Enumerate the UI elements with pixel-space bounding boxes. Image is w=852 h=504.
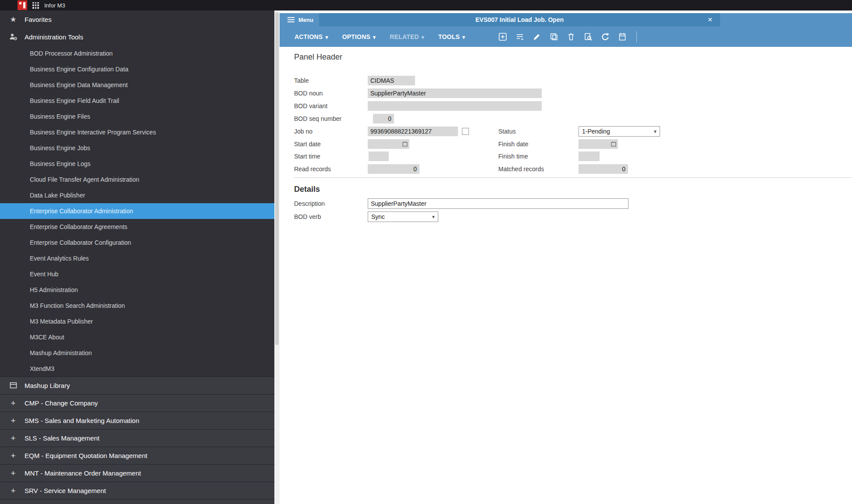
sidebar-item-event-analytics-rules[interactable]: Event Analytics Rules bbox=[0, 250, 274, 266]
calendar-icon bbox=[402, 141, 408, 147]
sidebar-item-enterprise-collaborator-administration[interactable]: Enterprise Collaborator Administration bbox=[0, 203, 274, 219]
sidebar-section-mnt[interactable]: MNT - Maintenance Order Management bbox=[0, 464, 274, 482]
start-time-label: Start time bbox=[294, 153, 320, 160]
details-section-title: Details bbox=[294, 185, 320, 194]
clipboard-icon[interactable] bbox=[617, 32, 628, 42]
sidebar-item-business-engine-configuration-data[interactable]: Business Engine Configuration Data bbox=[0, 61, 274, 77]
bod-verb-value: Sync bbox=[371, 213, 385, 220]
sidebar-item-business-engine-interactive-program-services[interactable]: Business Engine Interactive Program Serv… bbox=[0, 124, 274, 140]
read-records-input[interactable]: 0 bbox=[368, 164, 419, 174]
panel-title-bar: EVS007 Initial Load Job. Open bbox=[319, 13, 720, 26]
sidebar-item-m3-metadata-publisher[interactable]: M3 Metadata Publisher bbox=[0, 314, 274, 329]
form-row-bod-noun: BOD noun SupplierPartyMaster bbox=[294, 87, 852, 99]
bod-verb-dropdown[interactable]: Sync bbox=[368, 211, 438, 222]
sidebar-item-event-hub[interactable]: Event Hub bbox=[0, 266, 274, 282]
panel-title: EVS007 Initial Load Job. Open bbox=[476, 16, 564, 23]
refresh-icon[interactable] bbox=[600, 32, 611, 42]
chevron-down-icon bbox=[422, 33, 424, 40]
job-no-input[interactable]: 993690888221369127 bbox=[368, 127, 458, 136]
sidebar-item-business-engine-jobs[interactable]: Business Engine Jobs bbox=[0, 140, 274, 156]
chevron-down-icon bbox=[325, 33, 328, 40]
form-row-job-no: Job no 993690888221369127 Status 1-Pendi… bbox=[294, 125, 852, 137]
admin-tools-icon bbox=[9, 33, 18, 41]
search-document-icon[interactable] bbox=[583, 32, 593, 42]
calendar-icon bbox=[611, 141, 616, 147]
sidebar-item-m3ce-about[interactable]: M3CE About bbox=[0, 329, 274, 345]
delete-icon[interactable] bbox=[566, 32, 576, 42]
description-input[interactable]: SupplierPartyMaster bbox=[368, 198, 628, 209]
sidebar-item-favorites[interactable]: Favorites bbox=[0, 11, 274, 28]
sidebar-item-bod-processor-administration[interactable]: BOD Processor Administration bbox=[0, 46, 274, 61]
sidebar-section-sms[interactable]: SMS - Sales and Marketing Automation bbox=[0, 412, 274, 429]
start-time-input[interactable] bbox=[369, 152, 389, 161]
options-menu[interactable]: OPTIONS bbox=[342, 33, 376, 40]
bod-noun-input[interactable]: SupplierPartyMaster bbox=[368, 88, 542, 98]
menu-button[interactable]: Menu bbox=[280, 13, 319, 26]
sidebar-item-data-lake-publisher[interactable]: Data Lake Publisher bbox=[0, 187, 274, 203]
sidebar-section-eqm[interactable]: EQM - Equipment Quotation Management bbox=[0, 447, 274, 464]
status-dropdown[interactable]: 1-Pending bbox=[579, 126, 660, 137]
matched-records-input[interactable]: 0 bbox=[579, 164, 628, 174]
related-menu: RELATED bbox=[390, 33, 424, 40]
close-icon[interactable] bbox=[704, 13, 716, 26]
add-icon[interactable] bbox=[497, 32, 508, 42]
sidebar-section-mashup-library[interactable]: Mashup Library bbox=[0, 377, 274, 394]
sidebar-item-enterprise-collaborator-agreements[interactable]: Enterprise Collaborator Agreements bbox=[0, 219, 274, 235]
sidebar-section-cmp[interactable]: CMP - Change Company bbox=[0, 394, 274, 412]
menu-label: Menu bbox=[298, 17, 313, 23]
sidebar-item-xtendm3[interactable]: XtendM3 bbox=[0, 361, 274, 377]
sidebar-scrollbar-thumb[interactable] bbox=[275, 12, 279, 345]
form-row-bod-verb: BOD verb Sync bbox=[294, 211, 852, 223]
bod-seq-input[interactable]: 0 bbox=[373, 114, 394, 123]
bod-noun-label: BOD noun bbox=[294, 90, 323, 97]
edit-icon[interactable] bbox=[532, 32, 542, 42]
finish-time-input[interactable] bbox=[579, 152, 600, 161]
sidebar-partial-row bbox=[0, 499, 274, 504]
finish-date-input[interactable] bbox=[579, 139, 618, 149]
sidebar-item-business-engine-data-management[interactable]: Business Engine Data Management bbox=[0, 77, 274, 93]
sidebar-item-enterprise-collaborator-configuration[interactable]: Enterprise Collaborator Configuration bbox=[0, 235, 274, 250]
sidebar-item-m3-function-search-administration[interactable]: M3 Function Search Administration bbox=[0, 298, 274, 314]
sidebar-item-administration-tools[interactable]: Administration Tools bbox=[0, 28, 274, 46]
form-row-bod-seq: BOD seq number 0 bbox=[294, 113, 852, 125]
tools-menu[interactable]: TOOLS bbox=[438, 33, 465, 40]
sidebar-item-business-engine-field-audit-trail[interactable]: Business Engine Field Audit Trail bbox=[0, 93, 274, 109]
form-row-dates: Start date Finish date bbox=[294, 138, 852, 150]
sidebar: Favorites Administration Tools BOD Proce… bbox=[0, 11, 274, 504]
finish-date-label: Finish date bbox=[498, 141, 528, 148]
section-label: CMP - Change Company bbox=[25, 399, 98, 407]
bod-verb-label: BOD verb bbox=[294, 213, 321, 220]
panel-header-bar: Menu EVS007 Initial Load Job. Open bbox=[280, 13, 852, 26]
start-date-label: Start date bbox=[294, 141, 321, 148]
bod-variant-input[interactable] bbox=[368, 101, 542, 111]
job-no-checkbox[interactable] bbox=[462, 128, 469, 135]
app-title: Infor M3 bbox=[44, 2, 65, 9]
start-date-input[interactable] bbox=[368, 139, 409, 149]
admin-tools-label: Administration Tools bbox=[25, 33, 83, 41]
table-input[interactable]: CIDMAS bbox=[368, 76, 415, 85]
app-grid-icon[interactable] bbox=[32, 2, 39, 9]
chevron-down-icon bbox=[373, 33, 376, 40]
sidebar-item-business-engine-files[interactable]: Business Engine Files bbox=[0, 109, 274, 124]
copy-icon[interactable] bbox=[549, 32, 559, 42]
sidebar-scrollbar[interactable] bbox=[274, 11, 280, 504]
form-row-bod-variant: BOD variant bbox=[294, 100, 852, 112]
sidebar-item-mashup-administration[interactable]: Mashup Administration bbox=[0, 345, 274, 361]
bod-seq-label: BOD seq number bbox=[294, 115, 341, 122]
plus-icon bbox=[9, 486, 18, 496]
sidebar-section-sls[interactable]: SLS - Sales Management bbox=[0, 429, 274, 447]
sidebar-section-srv[interactable]: SRV - Service Management bbox=[0, 482, 274, 499]
section-label: EQM - Equipment Quotation Management bbox=[25, 452, 147, 459]
sidebar-item-cloud-file-transfer-agent-administration[interactable]: Cloud File Transfer Agent Administration bbox=[0, 172, 274, 187]
actions-menu[interactable]: ACTIONS bbox=[295, 33, 328, 40]
plus-icon bbox=[9, 469, 18, 478]
plus-icon bbox=[9, 434, 18, 443]
panel-header-section-title: Panel Header bbox=[294, 53, 342, 62]
section-label: SLS - Sales Management bbox=[25, 434, 99, 442]
list-remove-icon[interactable] bbox=[515, 32, 525, 42]
main-panel: Menu EVS007 Initial Load Job. Open ACTIO… bbox=[280, 11, 852, 504]
sidebar-item-h5-administration[interactable]: H5 Administration bbox=[0, 282, 274, 298]
matched-records-label: Matched records bbox=[498, 166, 544, 173]
sidebar-item-business-engine-logs[interactable]: Business Engine Logs bbox=[0, 156, 274, 172]
section-divider bbox=[294, 177, 852, 178]
